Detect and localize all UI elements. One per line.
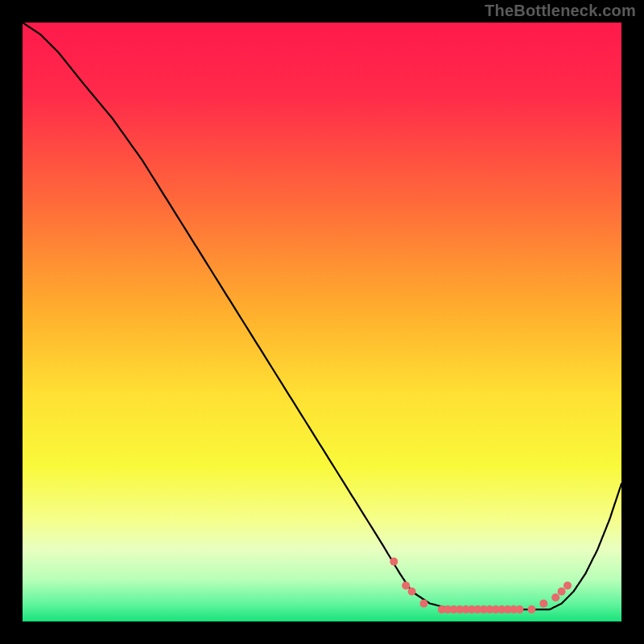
marker-dot	[408, 588, 416, 596]
marker-dot	[564, 581, 572, 589]
plot-area	[23, 23, 621, 621]
gradient-background	[23, 23, 621, 621]
chart-frame: TheBottleneck.com	[0, 0, 644, 644]
marker-dot	[558, 588, 566, 596]
chart-svg	[23, 23, 621, 621]
marker-dot	[516, 605, 524, 613]
marker-dot	[390, 558, 398, 566]
marker-dot	[420, 600, 428, 608]
marker-dot	[551, 593, 559, 601]
marker-dot	[402, 581, 410, 589]
marker-dot	[539, 600, 547, 608]
marker-dot	[527, 605, 535, 613]
watermark-label: TheBottleneck.com	[485, 2, 636, 20]
